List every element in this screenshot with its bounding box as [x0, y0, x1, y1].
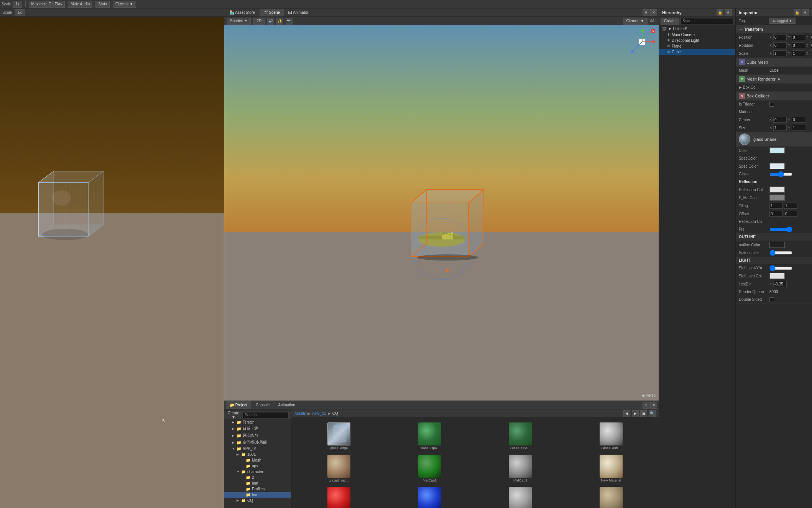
- gizmos-dropdown[interactable]: Gizmos ▼: [623, 18, 648, 25]
- folder-aps[interactable]: 📁 aps: [224, 463, 291, 469]
- scene-camera-btn[interactable]: 📷: [286, 18, 293, 25]
- position-x[interactable]: [773, 34, 787, 40]
- hierarchy-create[interactable]: Create: [661, 18, 679, 25]
- scene-fx-btn[interactable]: ✨: [276, 18, 283, 25]
- rotation-x[interactable]: [773, 42, 787, 48]
- assets-nav-back[interactable]: ◀: [623, 410, 630, 417]
- folder-chinese[interactable]: ▶ 📁 风安练习: [224, 432, 291, 439]
- assets-nav-forward[interactable]: ▶: [632, 410, 639, 417]
- asset-mat-blue[interactable]: [385, 485, 475, 508]
- scene-audio-btn[interactable]: 🔊: [267, 18, 274, 25]
- mute-audio-btn[interactable]: Mute Audio: [68, 1, 92, 8]
- folder-mat[interactable]: 📁 mat: [224, 480, 291, 486]
- refl-swatch[interactable]: [769, 186, 785, 193]
- asset-matcap2[interactable]: MatCap2: [476, 453, 565, 484]
- asset-glazed[interactable]: glazed_pati...: [294, 453, 384, 484]
- shaded-dropdown[interactable]: Shaded ▼: [227, 18, 251, 25]
- scale-dropdown[interactable]: 1x: [13, 1, 22, 8]
- tag-dropdown[interactable]: Untagged ▼: [769, 18, 796, 24]
- tab-asset-store[interactable]: 🏪 Asset Store: [226, 9, 259, 16]
- asset-glass-opa1[interactable]: Glass_Opa...: [385, 421, 475, 452]
- gizmos-btn[interactable]: Gizmos ▼: [113, 1, 136, 8]
- hierarchy-lock[interactable]: 🔒: [717, 9, 723, 16]
- tab-console[interactable]: Console: [252, 401, 274, 409]
- tab-animation[interactable]: Animation: [275, 401, 299, 409]
- position-z[interactable]: [810, 34, 812, 40]
- scale-z[interactable]: [810, 50, 812, 56]
- size-y[interactable]: [792, 125, 805, 131]
- 2d-btn[interactable]: 2D: [253, 18, 265, 25]
- asset-mat-tan[interactable]: [567, 485, 656, 508]
- fre-slider[interactable]: [769, 227, 792, 232]
- asset-mat-gray[interactable]: [476, 485, 565, 508]
- assets-options[interactable]: ☰: [640, 410, 647, 417]
- folder-tex[interactable]: 📁 tex: [224, 492, 291, 498]
- maximize-on-play-btn[interactable]: Maximize On Play: [29, 1, 65, 8]
- folder-aps01[interactable]: ▼ 📁 APS_01: [224, 446, 291, 452]
- folder-japanese[interactable]: ▶ 📁 日系卡通: [224, 425, 291, 432]
- project-options[interactable]: ≡: [643, 402, 649, 409]
- offset-y[interactable]: [784, 211, 797, 217]
- project-search[interactable]: [243, 412, 289, 418]
- scene-panel-close[interactable]: ✕: [650, 9, 657, 16]
- scale-y[interactable]: [792, 50, 805, 56]
- hierarchy-item-main-camera[interactable]: 👁 Main Camera: [659, 32, 735, 38]
- scene-panel-options[interactable]: ≡: [643, 9, 649, 16]
- asset-glass-out[interactable]: Glass_outl...: [567, 421, 656, 452]
- gloss-slider[interactable]: [769, 172, 792, 177]
- tab-project[interactable]: 📁 Project: [226, 401, 251, 409]
- tab-animator[interactable]: 🎞 Animator: [284, 9, 312, 16]
- rotation-y[interactable]: [792, 42, 805, 48]
- fmatcap-swatch[interactable]: [769, 195, 785, 201]
- spec-swatch[interactable]: [769, 163, 785, 169]
- folder-2[interactable]: 📁 2: [224, 475, 291, 480]
- folder-1001[interactable]: ▶ 📁 1001: [224, 452, 291, 457]
- center-y[interactable]: [792, 117, 805, 123]
- folder-terrain[interactable]: ▶ 📁 Terrain: [224, 419, 291, 425]
- folder-character[interactable]: ▼ 📁 character: [224, 469, 291, 475]
- asset-mat-red[interactable]: [294, 485, 384, 508]
- inspector-lock[interactable]: 🔒: [794, 9, 800, 16]
- scale-x[interactable]: [773, 50, 787, 56]
- center-x[interactable]: [773, 117, 787, 123]
- hierarchy-item-cube[interactable]: 👁 Cube: [659, 49, 735, 55]
- play-viewport[interactable]: ↖: [0, 17, 224, 508]
- outline-size-slider[interactable]: [769, 250, 792, 256]
- asset-matcap1[interactable]: MatCap1: [385, 453, 475, 484]
- play-scale-btn[interactable]: 1x: [15, 9, 25, 16]
- tiling-x[interactable]: [769, 203, 783, 209]
- create-btn[interactable]: Create ▼: [227, 411, 240, 419]
- asset-glass-opa2[interactable]: Glass_Opa...: [476, 421, 565, 452]
- tiling-y[interactable]: [784, 203, 797, 209]
- color-swatch[interactable]: [769, 147, 785, 153]
- hierarchy-item-untitled[interactable]: 🎬 ▼ Untitled*: [659, 26, 735, 32]
- scene-viewport[interactable]: ✕ ◀ Persp: [224, 25, 659, 401]
- inspector-options[interactable]: ≡: [802, 9, 809, 16]
- folder-cq[interactable]: ▶ 📁 CQ: [224, 498, 291, 503]
- size-x[interactable]: [773, 125, 787, 131]
- folder-profiles[interactable]: 📁 Profiles: [224, 486, 291, 492]
- lightdir-x[interactable]: [773, 281, 787, 287]
- hierarchy-search[interactable]: [681, 18, 733, 24]
- outline-swatch[interactable]: [769, 242, 785, 248]
- hierarchy-item-dir-light[interactable]: 👁 Directional Light: [659, 38, 735, 43]
- breadcrumb-aps01[interactable]: APS_01: [312, 411, 326, 416]
- folder-parts[interactable]: ▶ 📁 空间概训-局部: [224, 439, 291, 446]
- transform-header[interactable]: ↔ Transform: [736, 25, 812, 33]
- asset-new-material[interactable]: New Material: [567, 453, 656, 484]
- project-close[interactable]: ✕: [650, 402, 657, 409]
- rotation-z[interactable]: [810, 42, 812, 48]
- stats-btn[interactable]: Stats: [95, 1, 110, 8]
- hierarchy-item-plane[interactable]: 👁 Plane: [659, 43, 735, 49]
- folder-mesh[interactable]: 📁 Mesh: [224, 457, 291, 463]
- offset-x[interactable]: [769, 211, 783, 217]
- is-trigger-checkbox[interactable]: [769, 102, 774, 107]
- hierarchy-options[interactable]: ≡: [725, 9, 732, 16]
- tab-scene[interactable]: 🎬 Scene: [260, 9, 284, 16]
- asset-glass-edge[interactable]: glass_edge: [294, 421, 384, 452]
- breadcrumb-assets[interactable]: Assets: [294, 411, 306, 416]
- position-y[interactable]: [792, 34, 805, 40]
- slf-slider[interactable]: [769, 266, 792, 271]
- slf-swatch[interactable]: [769, 273, 785, 279]
- assets-search[interactable]: 🔍: [649, 410, 656, 417]
